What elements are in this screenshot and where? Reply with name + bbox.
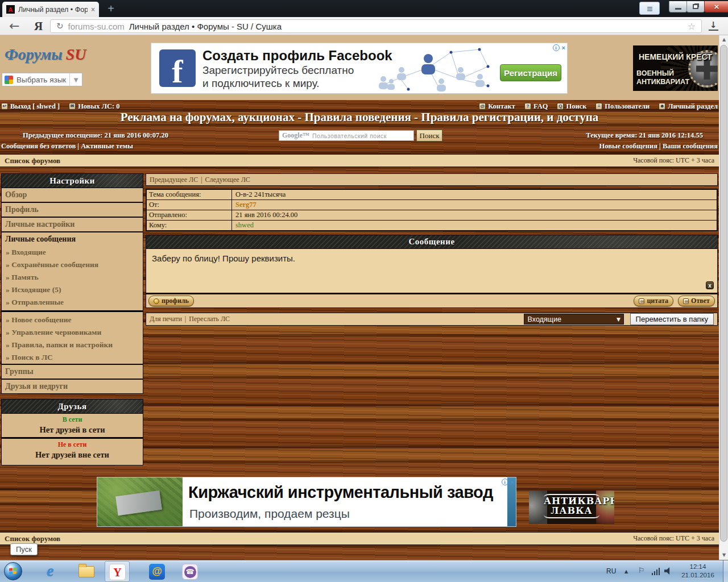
minimize-button[interactable] (669, 1, 687, 13)
google-search-button[interactable]: Поиск (416, 130, 442, 142)
registration-button[interactable]: Регистрация (500, 64, 561, 81)
contact-link[interactable]: @ Контакт (479, 102, 515, 111)
sidebar-item-sent[interactable]: » Отправленные (2, 296, 143, 309)
back-button[interactable]: ← (9, 19, 19, 33)
sidebar-item-groups[interactable]: Группы (2, 364, 143, 379)
print-link[interactable]: Для печати (150, 315, 182, 323)
mailru-icon[interactable]: @ (149, 564, 165, 580)
friends-block: Друзья В сети Нет друзей в сети Не в сет… (1, 399, 143, 465)
google-search-input[interactable]: Google™ Пользовательский поиск (279, 130, 414, 141)
network-icon[interactable] (652, 567, 660, 575)
ad-info-icon[interactable]: i (502, 479, 508, 485)
antique-shop-ad-banner[interactable]: АНТИКВАРНАЯ ЛАВКА (529, 490, 614, 524)
sidebar-item-personal-settings[interactable]: Личные настройки (2, 217, 143, 231)
militaria-ad-banner[interactable]: НЕМЕЦКИЙ КРЕСТ ВОЕННЫЙ АНТИКВАРИАТ (633, 45, 718, 91)
page-title: Реклама на форумах, аукционах - Правила … (0, 110, 719, 124)
yandex-browser-icon[interactable]: Y (109, 564, 126, 580)
scroll-down-icon[interactable]: ▼ (719, 551, 728, 560)
sidebar-divider (2, 310, 143, 312)
sidebar-item-new-message[interactable]: » Новое сообщение (2, 314, 143, 326)
chevron-down-icon[interactable]: ▼ (69, 73, 82, 86)
internet-explorer-icon[interactable]: e (47, 562, 53, 580)
message-close-button[interactable]: x (706, 281, 714, 289)
sidebar-item-outbox[interactable]: » Исходящие (5) (2, 284, 143, 296)
new-messages-link[interactable]: Новые сообщения (599, 142, 657, 150)
sender-link[interactable]: Serg77 (232, 200, 717, 210)
profile-button-label: профиль (162, 297, 189, 305)
site-logo[interactable]: ФорумыSU (5, 45, 86, 64)
facebook-ad-title: Создать профиль Facebook (202, 48, 392, 64)
sidebar-item-overview[interactable]: Обзор (2, 188, 143, 202)
profile-button[interactable]: профиль (148, 296, 194, 306)
sidebar-item-rules-folders[interactable]: » Правила, папки и настройки (2, 339, 143, 351)
new-pm-link[interactable]: ✉ Новых ЛС: 0 (69, 102, 119, 111)
scrollbar-thumb[interactable] (720, 45, 727, 542)
sidebar-item-inbox[interactable]: » Входящие (2, 246, 143, 259)
quote-icon (639, 298, 644, 304)
tab-close-icon[interactable]: × (91, 6, 95, 14)
tray-expand-icon[interactable]: ▲ (624, 569, 628, 574)
sidebar-item-profile[interactable]: Профиль (2, 202, 143, 217)
ad-info-icon[interactable]: i (553, 44, 560, 51)
active-topics-link[interactable]: Активные темы (81, 142, 133, 150)
sidebar-item-saved-messages[interactable]: » Сохранённые сообщения (2, 259, 143, 271)
start-button[interactable] (4, 562, 22, 580)
ad-close-icon[interactable]: × (562, 44, 565, 51)
sidebar-item-drafts[interactable]: » Управление черновиками (2, 326, 143, 339)
forward-link[interactable]: Переслать ЛС (189, 315, 230, 323)
language-indicator[interactable]: RU (606, 567, 616, 575)
your-messages-link[interactable]: Ваши сообщения (663, 142, 718, 150)
previous-pm-link[interactable]: Предыдущее ЛС (150, 176, 198, 184)
personal-section-link[interactable]: ☻ Личный раздел (659, 102, 718, 111)
users-link[interactable]: ≡ Пользователи (595, 102, 650, 111)
next-pm-link[interactable]: Следующее ЛС (205, 176, 250, 184)
sidebar-item-pm-search[interactable]: » Поиск в ЛС (2, 351, 143, 364)
move-to-folder-button[interactable]: Переместить в папку (630, 313, 714, 325)
menu-icon: ≡ (647, 4, 653, 13)
facebook-ad-banner[interactable]: f Создать профиль Facebook Зарегистрируй… (151, 43, 568, 94)
logout-link[interactable]: ↩ Выход [ shwed ] (1, 102, 60, 111)
message-info-table: Тема сообщения: О-в-2 241тысяча От: Serg… (146, 189, 718, 231)
url-field[interactable]: ↻ forums-su.com Личный раздел • Форумы -… (50, 19, 702, 33)
browser-scrollbar[interactable]: ▲ ▼ (719, 35, 728, 560)
message-buttons-row: профиль цитата Ответ (146, 293, 718, 308)
language-selector[interactable]: Выбрать язык ▼ (2, 73, 82, 86)
facebook-ad-line1: Зарегистрируйтесь бесплатно (202, 64, 354, 77)
folder-select[interactable]: Входящие ▼ (524, 314, 624, 325)
browser-tab[interactable]: A Личный раздел • Фор × (2, 2, 99, 17)
bookmark-star-icon[interactable]: ☆ (688, 21, 696, 32)
unanswered-link[interactable]: Сообщения без ответов (1, 142, 76, 150)
clock[interactable]: 12:14 21.01.2016 (678, 563, 718, 580)
recipient-link[interactable]: shwed (232, 221, 717, 230)
new-tab-button[interactable]: + (104, 2, 118, 16)
sidebar-item-memory[interactable]: » Память (2, 271, 143, 284)
maximize-button[interactable] (686, 1, 705, 13)
active-app-frame[interactable]: Y (105, 561, 130, 582)
viber-icon[interactable]: ☎ (182, 564, 198, 580)
ad-close-icon[interactable]: × (511, 479, 514, 485)
close-button[interactable]: × (704, 1, 728, 13)
current-time-text: Текущее время: 21 янв 2016 12:14.55 (586, 131, 703, 140)
search-link[interactable]: Q Поиск (557, 102, 586, 111)
volume-icon[interactable] (664, 567, 672, 575)
timezone-text: Часовой пояс: UTC + 3 часа (633, 156, 714, 165)
friends-header: Друзья (1, 399, 143, 414)
reload-icon[interactable]: ↻ (56, 21, 64, 31)
factory-ad-banner[interactable]: Киржачский инструментальный завод Произв… (97, 477, 516, 527)
action-center-flag-icon[interactable]: ⚐ (638, 566, 645, 575)
forum-list-link[interactable]: Список форумов (5, 156, 60, 165)
sidebar-item-friends-foes[interactable]: Друзья и недруги (2, 379, 143, 393)
yandex-logo-icon[interactable]: Я (34, 19, 43, 34)
users-label: Пользователи (605, 102, 650, 111)
forum-list-link[interactable]: Список форумов (5, 534, 60, 543)
download-icon[interactable]: ↓ (709, 20, 718, 31)
explorer-folder-icon[interactable] (78, 566, 94, 577)
quote-button[interactable]: цитата (634, 296, 673, 306)
reply-icon (683, 298, 689, 304)
scroll-up-icon[interactable]: ▲ (719, 35, 728, 44)
show-desktop-button[interactable] (723, 560, 728, 582)
reply-button[interactable]: Ответ (678, 296, 715, 306)
sidebar-item-private-messages[interactable]: Личные сообщения (2, 231, 143, 246)
browser-menu-button[interactable]: ≡ (639, 2, 660, 15)
faq-link[interactable]: ? FAQ (524, 102, 548, 111)
